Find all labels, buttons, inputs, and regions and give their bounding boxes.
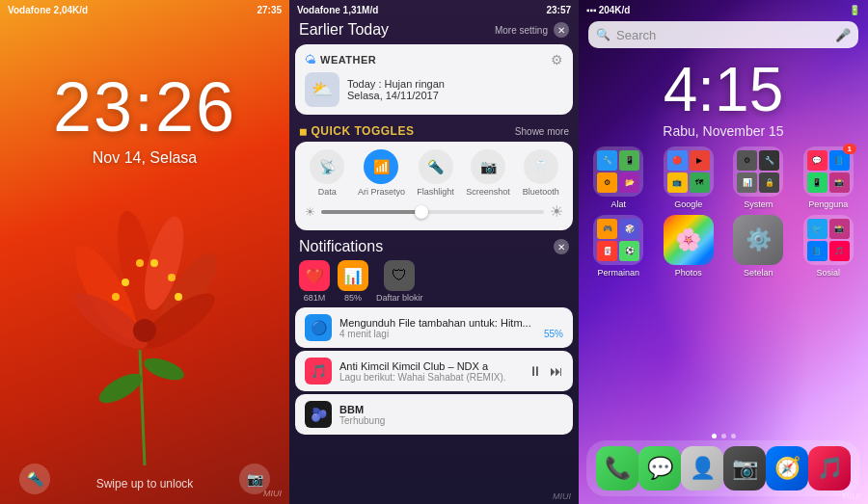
brightness-control[interactable]: ☀ ☀ [301, 200, 567, 223]
app-grid-row-2: 🎮 🎲 🃏 ⚽ Permainan 🌸 Photos ⚙️ Setelan 🐦 [579, 215, 868, 278]
appstore-notif-title: Mengunduh File tambahan untuk: Hitm... [339, 317, 563, 329]
notif-clock: 23:57 [546, 5, 571, 15]
home-status-bar: ▪▪▪ 204K/d 🔋 [579, 0, 868, 19]
notif-apps-row: ❤️ 681M 📊 85% 🛡 Daftar blokir [289, 258, 579, 305]
dock-messages[interactable]: 💬 [638, 446, 681, 491]
dock-contacts[interactable]: 👤 [681, 446, 723, 491]
screenshot-toggle-icon[interactable]: 📷 [471, 149, 505, 184]
app-item-photos[interactable]: 🌸 Photos [657, 215, 721, 278]
music-controls[interactable]: ⏸ ⏭ [529, 363, 563, 379]
folder-system[interactable]: ⚙ 🔧 📊 🔒 [733, 146, 783, 197]
health-app-item[interactable]: ❤️ 681M [299, 260, 330, 303]
page-dot-1 [712, 434, 717, 438]
home-carrier: 204K/d [599, 5, 631, 15]
music-notif-item[interactable]: 🎵 Anti Kimcil Kimcil Club – NDX a Lagu b… [295, 351, 573, 391]
bbm-notif-item[interactable]: 🫐 BBM Terhubung [295, 394, 573, 435]
play-pause-button[interactable]: ⏸ [529, 363, 542, 379]
folder-sosial[interactable]: 🐦 📸 📘 🎵 [803, 215, 854, 265]
folder-permainan-label: Permainan [597, 268, 639, 278]
app-item-permainan[interactable]: 🎮 🎲 🃏 ⚽ Permainan [586, 215, 651, 278]
folder-alat[interactable]: 🔧 📱 ⚙ 📂 [593, 146, 643, 197]
dock-music[interactable]: 🎵 [808, 446, 851, 491]
folder-pengguna[interactable]: 💬 📘 📱 📸 1 [803, 146, 854, 197]
more-setting-link[interactable]: More setting [495, 25, 548, 36]
bbm-notif-title: BBM [339, 404, 563, 415]
search-placeholder-text: Search [616, 28, 829, 42]
show-more-link[interactable]: Showe more [515, 126, 569, 137]
notif-carrier: Vodafone 1,31M/d [297, 5, 378, 15]
music-notif-title: Anti Kimcil Kimcil Club – NDX a [339, 360, 521, 372]
photos-app-icon[interactable]: 🌸 [664, 215, 714, 265]
appstore-notif-sub: 4 menit lagi [339, 329, 389, 339]
appstore-progress: 55% [544, 329, 563, 339]
settings-app-icon[interactable]: ⚙️ [733, 215, 783, 265]
block-app-icon: 🛡 [384, 260, 415, 291]
folder-system-label: System [744, 199, 773, 209]
mic-icon[interactable]: 🎤 [835, 28, 851, 42]
quick-toggles-header: ◼ QUICK TOGGLES Showe more [289, 119, 579, 140]
data-toggle-icon[interactable]: 📡 [310, 149, 344, 184]
block-app-item[interactable]: 🛡 Daftar blokir [376, 260, 423, 303]
folder-pengguna-label: Pengguna [808, 199, 848, 209]
dock: 📞 💬 👤 📷 🧭 🎵 [586, 440, 860, 496]
folder-alat-label: Alat [610, 199, 626, 209]
home-date: Rabu, November 15 [579, 123, 868, 139]
notif-status-bar: Vodafone 1,31M/d 23:57 [289, 0, 579, 19]
search-icon: 🔍 [596, 28, 610, 41]
page-dot-3 [731, 434, 736, 438]
svg-point-13 [168, 274, 176, 281]
quick-toggles-label: QUICK TOGGLES [312, 124, 415, 138]
dock-phone[interactable]: 📞 [596, 446, 638, 491]
toggle-flashlight[interactable]: 🔦 Flashlight [414, 149, 458, 197]
folder-google[interactable]: 🔴 ▶ 📺 🗺 [664, 146, 714, 197]
app-grid-row-1: 🔧 📱 ⚙ 📂 Alat 🔴 ▶ 📺 🗺 Google ⚙ 🔧 📊 [579, 146, 868, 209]
toggle-bluetooth[interactable]: 🦷 Bluetooth [519, 149, 563, 197]
toggles-card: 📡 Data 📶 Ari Prasetyo 🔦 Flashlight 📷 Scr… [295, 142, 573, 230]
svg-line-0 [140, 350, 145, 465]
close-notif-button[interactable]: ✕ [554, 22, 569, 38]
dock-camera[interactable]: 📷 [723, 446, 766, 491]
bbm-icon: 🫐 [305, 401, 332, 428]
toggle-wifi[interactable]: 📶 Ari Prasetyo [358, 149, 405, 197]
photos-app-label: Photos [675, 268, 702, 278]
next-track-button[interactable]: ⏭ [550, 363, 563, 379]
app-item-sosial[interactable]: 🐦 📸 📘 🎵 Sosial [797, 215, 861, 278]
lock-swipe-hint: Swipe up to unlock [0, 477, 289, 491]
lock-carrier: Vodafone 2,04K/d [8, 5, 88, 15]
lock-date: Nov 14, Selasa [0, 149, 289, 167]
notification-center: Vodafone 1,31M/d 23:57 Earlier Today Mor… [289, 0, 579, 504]
app-item-settings[interactable]: ⚙️ Setelan [726, 215, 791, 278]
weather-card: 🌤 WEATHER ⚙ ⛅ Today : Hujan ringan Selas… [295, 44, 573, 115]
search-bar[interactable]: 🔍 Search 🎤 [588, 21, 858, 48]
app-item-pengguna[interactable]: 💬 📘 📱 📸 1 Pengguna [797, 146, 861, 209]
close-notifications-button[interactable]: ✕ [554, 239, 569, 254]
toggle-screenshot[interactable]: 📷 Screenshot [466, 149, 510, 197]
svg-point-14 [175, 293, 182, 301]
appstore-notif-item[interactable]: 🔵 Mengunduh File tambahan untuk: Hitm...… [295, 307, 573, 348]
earlier-today-title: Earlier Today [299, 21, 389, 39]
brightness-slider[interactable] [321, 210, 544, 214]
brightness-low-icon: ☀ [305, 205, 315, 219]
folder-permainan[interactable]: 🎮 🎲 🃏 ⚽ [593, 215, 643, 265]
flashlight-toggle-icon[interactable]: 🔦 [419, 149, 453, 184]
weather-today-text: Today : Hujan ringan [347, 78, 563, 90]
app-item-system[interactable]: ⚙ 🔧 📊 🔒 System [726, 146, 791, 209]
health-app-icon: ❤️ [299, 260, 330, 291]
wifi-toggle-icon[interactable]: 📶 [364, 149, 398, 184]
home-signal-icon: ▪▪▪ [586, 5, 597, 15]
toggle-data[interactable]: 📡 Data [305, 149, 349, 197]
stats-app-item[interactable]: 📊 85% [338, 260, 368, 303]
toggles-row: 📡 Data 📶 Ari Prasetyo 🔦 Flashlight 📷 Scr… [301, 149, 567, 197]
weather-gear-icon[interactable]: ⚙ [551, 52, 563, 67]
weather-row: ⛅ Today : Hujan ringan Selasa, 14/11/201… [305, 72, 563, 107]
notif-miui-badge: MIUI [553, 491, 571, 501]
app-item-alat[interactable]: 🔧 📱 ⚙ 📂 Alat [586, 146, 651, 209]
app-item-google[interactable]: 🔴 ▶ 📺 🗺 Google [657, 146, 721, 209]
bluetooth-toggle-icon[interactable]: 🦷 [524, 149, 558, 184]
music-icon: 🎵 [305, 358, 332, 385]
dock-safari[interactable]: 🧭 [766, 446, 808, 491]
home-icons-right: 🔋 [849, 5, 860, 15]
flower-decoration [29, 196, 260, 465]
weather-cloud-icon: ⛅ [305, 72, 339, 107]
home-miui-badge: MIUI [842, 491, 860, 501]
